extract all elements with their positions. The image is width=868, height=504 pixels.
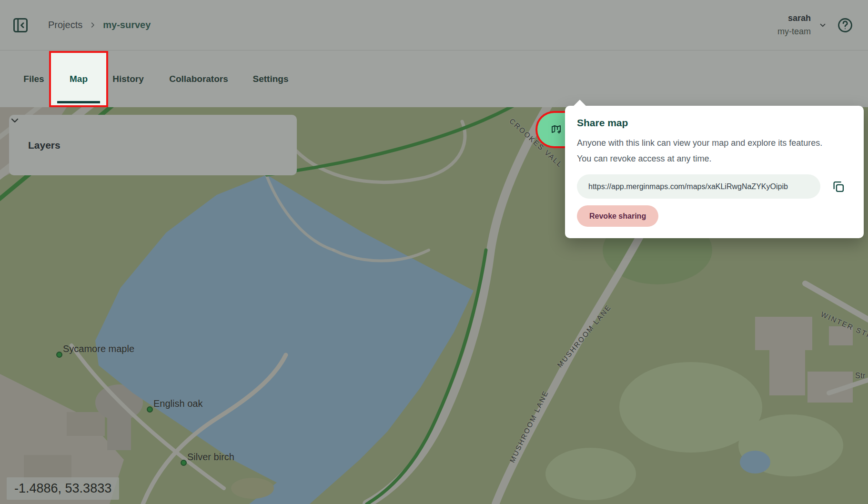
chevron-down-icon xyxy=(818,21,827,30)
copy-link-icon[interactable] xyxy=(832,180,845,193)
popover-description-line1: Anyone with this link can view your map … xyxy=(577,135,852,151)
marker-label: Sycamore maple xyxy=(63,343,134,354)
map-share-icon xyxy=(551,124,562,135)
marker-label: English oak xyxy=(153,398,202,409)
street-label: Str xyxy=(855,372,866,380)
share-link-field[interactable]: https://app.merginmaps.com/maps/xaKLiRwg… xyxy=(577,174,820,199)
share-map-popover: Share map Anyone with this link can view… xyxy=(565,106,864,238)
top-header: Projects my-survey sarah my-team xyxy=(0,0,868,50)
revoke-sharing-button[interactable]: Revoke sharing xyxy=(577,205,658,227)
breadcrumb-projects-link[interactable]: Projects xyxy=(48,20,82,30)
marker-dot-icon xyxy=(56,352,62,358)
layers-panel-title: Layers xyxy=(28,140,61,151)
sidebar-collapse-icon[interactable] xyxy=(12,17,29,34)
account-username: sarah xyxy=(777,12,811,25)
help-icon[interactable] xyxy=(837,17,854,34)
tab-settings[interactable]: Settings xyxy=(250,51,292,107)
popover-title: Share map xyxy=(577,117,852,129)
app-window: CROOKES VALL MUSHROOM LANE MUSHROOM LANE… xyxy=(0,0,868,504)
share-link-row: https://app.merginmaps.com/maps/xaKLiRwg… xyxy=(577,174,852,199)
popover-description-line2: You can revoke access at any time. xyxy=(577,151,852,167)
tab-files[interactable]: Files xyxy=(19,51,49,107)
account-workspace: my-team xyxy=(777,25,811,39)
chevron-right-icon xyxy=(89,21,96,29)
marker-dot-icon xyxy=(147,406,153,413)
tab-map-label: Map xyxy=(70,74,88,84)
project-tabbar: Files Map History Collaborators Settings… xyxy=(0,51,868,107)
coordinates-readout: -1.4886, 53.3833 xyxy=(7,477,119,500)
marker-label: Silver birch xyxy=(187,452,234,463)
breadcrumb-current-project: my-survey xyxy=(103,20,151,30)
tab-map[interactable]: Map xyxy=(49,51,108,107)
tab-collaborators[interactable]: Collaborators xyxy=(166,51,232,107)
layers-panel[interactable]: Layers xyxy=(9,115,297,175)
breadcrumb: Projects my-survey xyxy=(48,20,151,30)
active-tab-indicator xyxy=(57,101,100,103)
account-menu[interactable]: sarah my-team xyxy=(777,12,827,39)
tab-history[interactable]: History xyxy=(110,51,147,107)
marker-dot-icon xyxy=(181,460,187,466)
